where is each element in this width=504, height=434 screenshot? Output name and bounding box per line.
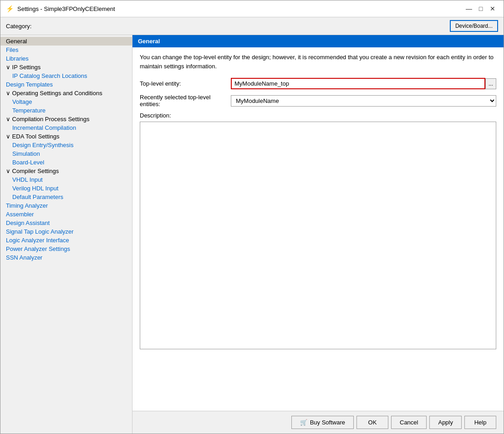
category-bar: Category: Device/Board... bbox=[0, 17, 504, 35]
sidebar-item-verilog-hdl-input[interactable]: Verilog HDL Input bbox=[0, 184, 132, 193]
sidebar-item-temperature[interactable]: Temperature bbox=[0, 106, 132, 115]
sidebar-item-design-assistant[interactable]: Design Assistant bbox=[0, 219, 132, 227]
cancel-button[interactable]: Cancel bbox=[391, 416, 427, 429]
window-title: Settings - Simple3FPOnlyCEElement bbox=[17, 5, 115, 12]
panel-body: You can change the top-level entity for … bbox=[132, 47, 504, 411]
sidebar-item-compiler-settings[interactable]: ∨ Compiler Settings bbox=[0, 167, 132, 175]
device-board-button[interactable]: Device/Board... bbox=[450, 20, 498, 32]
close-button[interactable]: ✕ bbox=[487, 4, 498, 13]
sidebar-item-libraries[interactable]: Libraries bbox=[0, 54, 132, 63]
minimize-button[interactable]: — bbox=[463, 4, 474, 13]
sidebar-item-eda-tool-settings[interactable]: ∨ EDA Tool Settings bbox=[0, 132, 132, 141]
cart-icon: 🛒 bbox=[300, 419, 307, 426]
sidebar-item-board-level[interactable]: Board-Level bbox=[0, 158, 132, 167]
sidebar: GeneralFilesLibraries∨ IP SettingsIP Cat… bbox=[0, 35, 132, 434]
title-bar: ⚡ Settings - Simple3FPOnlyCEElement — □ … bbox=[0, 0, 504, 17]
top-level-entity-input-group: ... bbox=[231, 78, 496, 89]
description-text: You can change the top-level entity for … bbox=[140, 53, 496, 71]
sidebar-item-design-entry[interactable]: Design Entry/Synthesis bbox=[0, 141, 132, 149]
ok-button[interactable]: OK bbox=[356, 416, 388, 429]
sidebar-item-timing-analyzer[interactable]: Timing Analyzer bbox=[0, 201, 132, 210]
category-label: Category: bbox=[6, 23, 31, 30]
panel-header: General bbox=[132, 35, 504, 47]
title-bar-left: ⚡ Settings - Simple3FPOnlyCEElement bbox=[6, 5, 115, 12]
sidebar-item-power-analyzer-settings[interactable]: Power Analyzer Settings bbox=[0, 245, 132, 253]
help-button[interactable]: Help bbox=[464, 416, 496, 429]
sidebar-item-design-templates[interactable]: Design Templates bbox=[0, 80, 132, 89]
description-section: Description: bbox=[140, 112, 496, 351]
recently-selected-label: Recently selected top-level entities: bbox=[140, 94, 231, 107]
recently-selected-dropdown[interactable]: MyModuleName bbox=[231, 95, 496, 107]
sidebar-item-simulation[interactable]: Simulation bbox=[0, 149, 132, 158]
title-controls: — □ ✕ bbox=[463, 4, 498, 13]
recently-selected-row: Recently selected top-level entities: My… bbox=[140, 94, 496, 107]
sidebar-item-logic-analyzer-interface[interactable]: Logic Analyzer Interface bbox=[0, 236, 132, 245]
apply-button[interactable]: Apply bbox=[429, 416, 462, 429]
sidebar-item-default-parameters[interactable]: Default Parameters bbox=[0, 193, 132, 201]
top-level-entity-input[interactable] bbox=[231, 78, 485, 89]
sidebar-item-general[interactable]: General bbox=[0, 37, 132, 46]
main-content: GeneralFilesLibraries∨ IP SettingsIP Cat… bbox=[0, 35, 504, 434]
app-icon: ⚡ bbox=[6, 5, 14, 12]
sidebar-item-ip-settings[interactable]: ∨ IP Settings bbox=[0, 63, 132, 71]
top-level-entity-browse-button[interactable]: ... bbox=[485, 78, 496, 89]
sidebar-item-ssn-analyzer[interactable]: SSN Analyzer bbox=[0, 253, 132, 262]
button-bar: 🛒 Buy Software OK Cancel Apply Help bbox=[132, 411, 504, 434]
description-label: Description: bbox=[140, 112, 496, 119]
right-panel: General You can change the top-level ent… bbox=[132, 35, 504, 434]
settings-window: ⚡ Settings - Simple3FPOnlyCEElement — □ … bbox=[0, 0, 504, 434]
sidebar-item-files[interactable]: Files bbox=[0, 46, 132, 54]
buy-software-label: Buy Software bbox=[310, 419, 345, 426]
sidebar-item-operating-settings[interactable]: ∨ Operating Settings and Conditions bbox=[0, 89, 132, 97]
top-level-entity-row: Top-level entity: ... bbox=[140, 78, 496, 89]
maximize-button[interactable]: □ bbox=[475, 4, 486, 13]
top-level-entity-label: Top-level entity: bbox=[140, 80, 231, 87]
sidebar-item-compilation-process[interactable]: ∨ Compilation Process Settings bbox=[0, 115, 132, 123]
sidebar-item-assembler[interactable]: Assembler bbox=[0, 210, 132, 219]
sidebar-item-voltage[interactable]: Voltage bbox=[0, 97, 132, 106]
sidebar-item-ip-catalog-search[interactable]: IP Catalog Search Locations bbox=[0, 71, 132, 80]
buy-software-button[interactable]: 🛒 Buy Software bbox=[291, 416, 354, 429]
sidebar-item-vhdl-input[interactable]: VHDL Input bbox=[0, 175, 132, 184]
description-textarea[interactable] bbox=[140, 122, 496, 349]
sidebar-item-signal-tap-logic-analyzer[interactable]: Signal Tap Logic Analyzer bbox=[0, 227, 132, 236]
sidebar-item-incremental-compilation[interactable]: Incremental Compilation bbox=[0, 123, 132, 132]
